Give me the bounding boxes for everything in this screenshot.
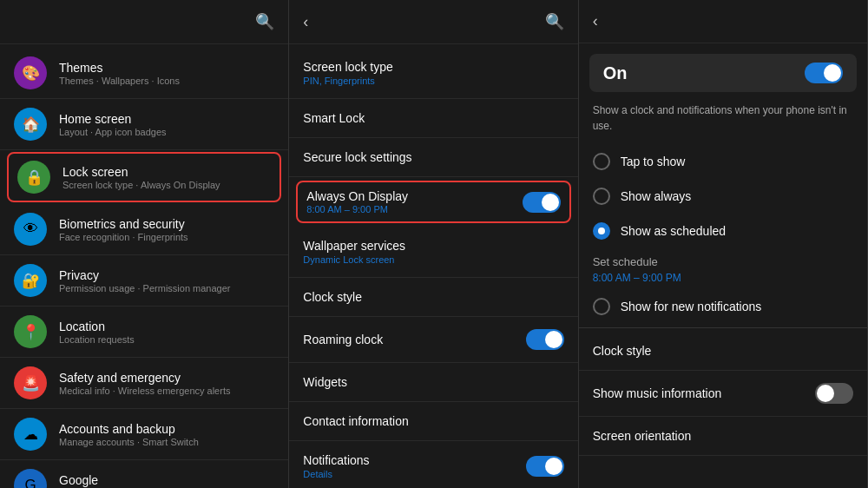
always-on-display-row[interactable]: Always On Display 8:00 AM – 9:00 PM: [296, 181, 570, 223]
aod-list: On Show a clock and notifications when y…: [579, 43, 867, 488]
show-new-notif-label: Show for new notifications: [621, 300, 762, 313]
radio-tap_to_show[interactable]: Tap to show: [579, 144, 867, 179]
notifications-title: Notifications: [303, 453, 369, 467]
settings-list: 🎨 Themes Themes · Wallpapers · Icons 🏠 H…: [0, 44, 288, 488]
radio-show-new-notif[interactable]: Show for new notifications: [579, 289, 867, 324]
settings-item-location[interactable]: 📍 Location Location requests: [0, 307, 288, 358]
google-icon: G: [14, 469, 47, 488]
privacy-subtitle: Permission usage · Permission manager: [59, 283, 274, 293]
set-schedule-value[interactable]: 8:00 AM – 9:00 PM: [579, 272, 867, 289]
settings-item-home_screen[interactable]: 🏠 Home screen Layout · App icon badges: [0, 99, 288, 150]
aod-panel: ‹ On Show a clock and notifications when…: [579, 0, 868, 488]
settings-item-accounts[interactable]: ☁ Accounts and backup Manage accounts · …: [0, 409, 288, 460]
settings-panel: 🔍 🎨 Themes Themes · Wallpapers · Icons 🏠…: [0, 0, 289, 488]
google-title: Google: [59, 473, 274, 487]
aod-music-row[interactable]: Show music information: [579, 371, 867, 417]
privacy-icon: 🔐: [14, 264, 47, 297]
settings-item-lock_screen[interactable]: 🔒 Lock screen Screen lock type · Always …: [7, 152, 281, 202]
back-arrow-aod-icon[interactable]: ‹: [593, 12, 598, 30]
privacy-title: Privacy: [59, 268, 274, 282]
lock-row-smart_lock[interactable]: Smart Lock: [289, 99, 577, 138]
themes-subtitle: Themes · Wallpapers · Icons: [59, 76, 274, 86]
location-title: Location: [59, 320, 274, 333]
settings-item-biometrics[interactable]: 👁 Biometrics and security Face recogniti…: [0, 204, 288, 255]
settings-item-safety[interactable]: 🚨 Safety and emergency Medical info · Wi…: [0, 358, 288, 409]
lock-row2-widgets[interactable]: Widgets: [289, 363, 577, 402]
safety-title: Safety and emergency: [59, 371, 274, 385]
settings-item-google[interactable]: G Google Google services: [0, 460, 288, 488]
always-on-subtitle: 8:00 AM – 9:00 PM: [306, 204, 522, 214]
radio-show_as_scheduled[interactable]: Show as scheduled: [579, 214, 867, 248]
aod-music-title: Show music information: [593, 386, 722, 400]
contact_information-title: Contact information: [303, 414, 408, 428]
lock-row-secure_lock_settings[interactable]: Secure lock settings: [289, 138, 577, 177]
search-icon-lock[interactable]: 🔍: [545, 12, 564, 31]
aod-on-label: On: [603, 63, 628, 83]
biometrics-title: Biometrics and security: [59, 217, 274, 231]
show_as_scheduled-label: Show as scheduled: [621, 224, 726, 238]
show-new-notif-radio-circle: [593, 298, 610, 315]
toggle-thumb: [542, 194, 559, 211]
safety-icon: 🚨: [14, 366, 47, 399]
lock-row2-wallpaper_services[interactable]: Wallpaper services Dynamic Lock screen: [289, 227, 577, 278]
lock_screen-subtitle: Screen lock type · Always On Display: [62, 180, 271, 190]
notifications-subtitle: Details: [303, 469, 369, 479]
biometrics-subtitle: Face recognition · Fingerprints: [59, 232, 274, 242]
aod-orientation-row[interactable]: Screen orientation: [579, 417, 867, 456]
lock-screen-header: ‹ 🔍: [289, 0, 577, 44]
aod-clock-style-title: Clock style: [593, 344, 652, 358]
themes-icon: 🎨: [14, 56, 47, 89]
aod-music-toggle[interactable]: [815, 383, 853, 404]
aod-master-toggle[interactable]: [805, 63, 843, 83]
screen_lock_type-subtitle: PIN, Fingerprints: [303, 76, 393, 86]
always-on-toggle[interactable]: [523, 192, 561, 213]
aod-on-row[interactable]: On: [589, 54, 857, 92]
lock-row2-contact_information[interactable]: Contact information: [289, 402, 577, 441]
notifications-toggle[interactable]: [526, 456, 564, 477]
lock-row-screen_lock_type[interactable]: Screen lock type PIN, Fingerprints: [289, 48, 577, 99]
always-on-title: Always On Display: [306, 189, 522, 203]
aod-clock-style-row[interactable]: Clock style: [579, 332, 867, 371]
aod-orientation-title: Screen orientation: [593, 429, 692, 443]
settings-item-privacy[interactable]: 🔐 Privacy Permission usage · Permission …: [0, 255, 288, 307]
lock-row2-clock_style[interactable]: Clock style: [289, 278, 577, 317]
themes-title: Themes: [59, 61, 274, 75]
widgets-title: Widgets: [303, 375, 347, 389]
location-icon: 📍: [14, 315, 47, 348]
lock-row2-notifications[interactable]: Notifications Details: [289, 441, 577, 488]
settings-header: 🔍: [0, 0, 288, 44]
tap_to_show-radio-circle: [593, 153, 610, 170]
set-schedule-section: Set schedule 8:00 AM – 9:00 PM: [579, 248, 867, 289]
show_as_scheduled-radio-circle: [593, 222, 610, 240]
wallpaper_services-title: Wallpaper services: [303, 239, 405, 253]
roaming_clock-toggle[interactable]: [526, 329, 564, 350]
home_screen-title: Home screen: [59, 112, 274, 126]
tap_to_show-label: Tap to show: [621, 155, 686, 168]
show_always-label: Show always: [621, 189, 692, 203]
wallpaper_services-subtitle: Dynamic Lock screen: [303, 254, 405, 265]
accounts-title: Accounts and backup: [59, 422, 274, 436]
safety-subtitle: Medical info · Wireless emergency alerts: [59, 386, 274, 396]
clock_style-title: Clock style: [303, 290, 362, 304]
accounts-subtitle: Manage accounts · Smart Switch: [59, 437, 274, 447]
smart_lock-title: Smart Lock: [303, 111, 365, 125]
divider-1: [579, 327, 867, 328]
lock_screen-icon: 🔒: [17, 161, 50, 194]
location-subtitle: Location requests: [59, 334, 274, 345]
search-icon[interactable]: 🔍: [255, 12, 274, 31]
biometrics-icon: 👁: [14, 213, 47, 246]
lock-row2-roaming_clock[interactable]: Roaming clock: [289, 317, 577, 363]
lock-screen-list: Screen lock type PIN, Fingerprints Smart…: [289, 44, 577, 488]
settings-item-themes[interactable]: 🎨 Themes Themes · Wallpapers · Icons: [0, 48, 288, 99]
set-schedule-label: Set schedule: [579, 248, 867, 272]
aod-description: Show a clock and notifications when your…: [579, 96, 867, 144]
back-arrow-icon[interactable]: ‹: [303, 13, 308, 31]
accounts-icon: ☁: [14, 418, 47, 451]
show_always-radio-circle: [593, 188, 610, 205]
radio-show_always[interactable]: Show always: [579, 179, 867, 214]
lock-screen-panel: ‹ 🔍 Screen lock type PIN, Fingerprints S…: [289, 0, 578, 488]
secure_lock_settings-title: Secure lock settings: [303, 150, 411, 164]
home_screen-subtitle: Layout · App icon badges: [59, 127, 274, 137]
home_screen-icon: 🏠: [14, 108, 47, 141]
screen_lock_type-title: Screen lock type: [303, 60, 393, 74]
